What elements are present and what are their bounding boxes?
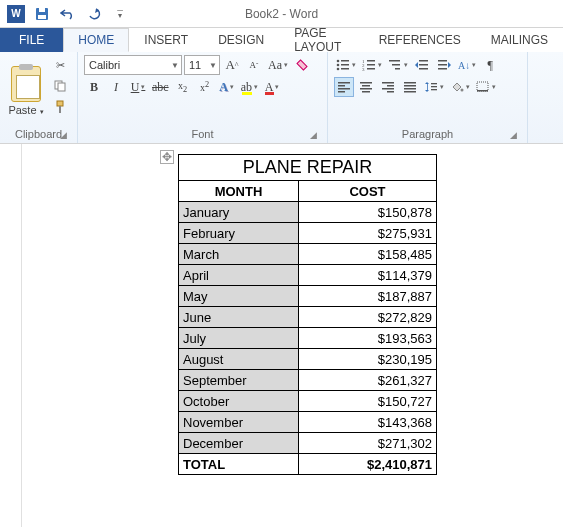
tab-insert[interactable]: INSERT bbox=[129, 28, 203, 52]
grow-font-button[interactable]: A^ bbox=[222, 55, 242, 75]
undo-button[interactable] bbox=[56, 3, 80, 25]
shrink-font-button[interactable]: Aˇ bbox=[244, 55, 264, 75]
vertical-ruler[interactable] bbox=[0, 144, 22, 527]
font-color-button[interactable]: A bbox=[262, 77, 282, 97]
eraser-icon bbox=[296, 59, 307, 70]
month-cell[interactable]: August bbox=[179, 349, 299, 370]
decrease-indent-button[interactable] bbox=[412, 55, 432, 75]
table-title[interactable]: PLANE REPAIR bbox=[179, 155, 437, 181]
cost-cell[interactable]: $272,829 bbox=[299, 307, 437, 328]
month-cell[interactable]: February bbox=[179, 223, 299, 244]
text-effects-button[interactable]: A bbox=[217, 77, 237, 97]
numbering-button[interactable]: 123 bbox=[360, 55, 384, 75]
bullets-button[interactable] bbox=[334, 55, 358, 75]
cost-cell[interactable]: $193,563 bbox=[299, 328, 437, 349]
cost-cell[interactable]: $150,878 bbox=[299, 202, 437, 223]
tab-file[interactable]: FILE bbox=[0, 28, 63, 52]
table-row[interactable]: April$114,379 bbox=[179, 265, 437, 286]
word-app-icon[interactable]: W bbox=[4, 3, 28, 25]
cost-cell[interactable]: $143,368 bbox=[299, 412, 437, 433]
bold-button[interactable]: B bbox=[84, 77, 104, 97]
month-cell[interactable]: July bbox=[179, 328, 299, 349]
table-row[interactable]: May$187,887 bbox=[179, 286, 437, 307]
cost-cell[interactable]: $271,302 bbox=[299, 433, 437, 454]
month-cell[interactable]: April bbox=[179, 265, 299, 286]
format-painter-button[interactable] bbox=[49, 97, 71, 117]
table-row[interactable]: March$158,485 bbox=[179, 244, 437, 265]
shading-button[interactable] bbox=[448, 77, 472, 97]
align-right-icon bbox=[381, 81, 395, 93]
align-center-button[interactable] bbox=[356, 77, 376, 97]
tab-references[interactable]: REFERENCES bbox=[364, 28, 476, 52]
font-launcher[interactable]: ◢ bbox=[307, 129, 319, 141]
cost-cell[interactable]: $158,485 bbox=[299, 244, 437, 265]
change-case-button[interactable]: Aa bbox=[266, 55, 290, 75]
cost-cell[interactable]: $150,727 bbox=[299, 391, 437, 412]
month-cell[interactable]: June bbox=[179, 307, 299, 328]
document-page[interactable]: ✥ PLANE REPAIR MONTH COST January$150,87… bbox=[22, 144, 563, 527]
show-marks-button[interactable]: ¶ bbox=[480, 55, 500, 75]
sort-button[interactable]: A↓ bbox=[456, 55, 478, 75]
plane-repair-table[interactable]: PLANE REPAIR MONTH COST January$150,878F… bbox=[178, 154, 437, 475]
borders-button[interactable] bbox=[474, 77, 498, 97]
svg-rect-34 bbox=[360, 88, 372, 90]
copy-button[interactable] bbox=[49, 76, 71, 96]
tab-page-layout[interactable]: PAGE LAYOUT bbox=[279, 28, 363, 52]
font-size-combo[interactable]: 11▼ bbox=[184, 55, 220, 75]
save-button[interactable] bbox=[30, 3, 54, 25]
table-row[interactable]: December$271,302 bbox=[179, 433, 437, 454]
table-row[interactable]: February$275,931 bbox=[179, 223, 437, 244]
underline-button[interactable]: U bbox=[128, 77, 148, 97]
justify-button[interactable] bbox=[400, 77, 420, 97]
month-cell[interactable]: March bbox=[179, 244, 299, 265]
table-move-handle[interactable]: ✥ bbox=[160, 150, 174, 164]
cut-button[interactable]: ✂ bbox=[49, 55, 71, 75]
table-row[interactable]: October$150,727 bbox=[179, 391, 437, 412]
multilevel-list-button[interactable] bbox=[386, 55, 410, 75]
month-cell[interactable]: January bbox=[179, 202, 299, 223]
tab-home[interactable]: HOME bbox=[63, 28, 129, 52]
increase-indent-button[interactable] bbox=[434, 55, 454, 75]
table-row[interactable]: September$261,327 bbox=[179, 370, 437, 391]
table-row[interactable]: January$150,878 bbox=[179, 202, 437, 223]
tab-mailings[interactable]: MAILINGS bbox=[476, 28, 563, 52]
clipboard-launcher[interactable]: ◢ bbox=[57, 129, 69, 141]
table-row[interactable]: June$272,829 bbox=[179, 307, 437, 328]
highlight-button[interactable]: ab bbox=[239, 77, 260, 97]
total-value[interactable]: $2,410,871 bbox=[299, 454, 437, 475]
clear-formatting-button[interactable] bbox=[292, 55, 312, 75]
month-cell[interactable]: May bbox=[179, 286, 299, 307]
customize-qat-button[interactable]: ─ ▾ bbox=[108, 3, 132, 25]
tab-design[interactable]: DESIGN bbox=[203, 28, 279, 52]
italic-button[interactable]: I bbox=[106, 77, 126, 97]
font-name-combo[interactable]: Calibri▼ bbox=[84, 55, 182, 75]
table-row[interactable]: August$230,195 bbox=[179, 349, 437, 370]
svg-rect-2 bbox=[39, 8, 45, 12]
table-row[interactable]: November$143,368 bbox=[179, 412, 437, 433]
col-header-month[interactable]: MONTH bbox=[179, 181, 299, 202]
month-cell[interactable]: September bbox=[179, 370, 299, 391]
strikethrough-button[interactable]: abc bbox=[150, 77, 171, 97]
paste-button[interactable]: Paste ▾ bbox=[6, 55, 46, 127]
line-spacing-button[interactable] bbox=[422, 77, 446, 97]
redo-button[interactable] bbox=[82, 3, 106, 25]
cost-cell[interactable]: $114,379 bbox=[299, 265, 437, 286]
paragraph-launcher[interactable]: ◢ bbox=[507, 129, 519, 141]
month-cell[interactable]: October bbox=[179, 391, 299, 412]
align-right-button[interactable] bbox=[378, 77, 398, 97]
table-row[interactable]: July$193,563 bbox=[179, 328, 437, 349]
text-effects-icon: A bbox=[219, 80, 228, 95]
cost-cell[interactable]: $261,327 bbox=[299, 370, 437, 391]
month-cell[interactable]: December bbox=[179, 433, 299, 454]
col-header-cost[interactable]: COST bbox=[299, 181, 437, 202]
cost-cell[interactable]: $230,195 bbox=[299, 349, 437, 370]
month-cell[interactable]: November bbox=[179, 412, 299, 433]
cost-cell[interactable]: $275,931 bbox=[299, 223, 437, 244]
cost-cell[interactable]: $187,887 bbox=[299, 286, 437, 307]
total-label[interactable]: TOTAL bbox=[179, 454, 299, 475]
superscript-button[interactable]: x2 bbox=[195, 77, 215, 97]
grow-font-icon: A bbox=[225, 57, 234, 73]
group-label-font: Font bbox=[191, 128, 213, 140]
align-left-button[interactable] bbox=[334, 77, 354, 97]
subscript-button[interactable]: x2 bbox=[173, 77, 193, 97]
